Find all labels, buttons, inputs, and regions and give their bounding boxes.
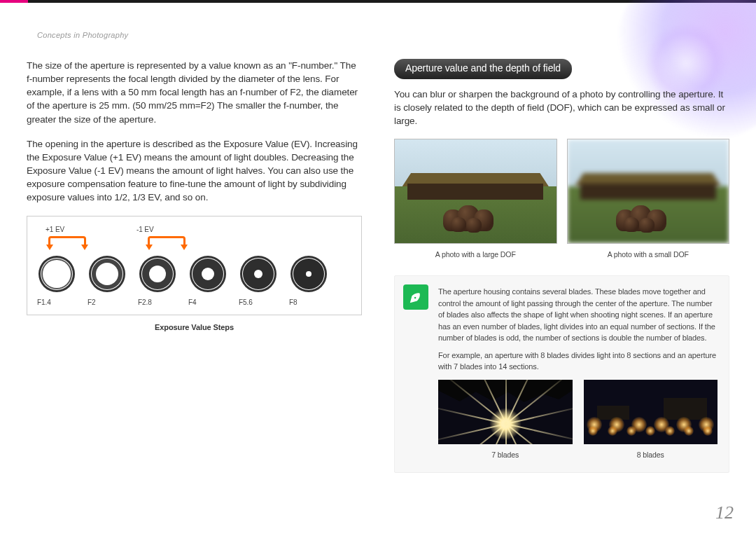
- aperture-icon-f4: [188, 254, 227, 294]
- ev-minus-label: -1 EV: [136, 225, 186, 235]
- dof-heading: Aperture value and the depth of field: [394, 59, 572, 79]
- eight-blades-caption: 8 blades: [584, 450, 718, 461]
- seven-blades-photo: [438, 380, 573, 444]
- ev-arrow-brackets: [37, 236, 351, 250]
- f-label-3: F4: [188, 298, 239, 308]
- large-dof-caption: A photo with a large DOF: [394, 249, 557, 260]
- small-dof-caption: A photo with a small DOF: [567, 249, 730, 260]
- aperture-icon-f8: [289, 254, 328, 294]
- svg-point-3: [43, 260, 71, 288]
- page-number: 12: [715, 502, 734, 523]
- seven-blades-block: 7 blades: [438, 380, 573, 461]
- top-bar-accent: [0, 0, 28, 3]
- ev-minus-bracket-icon: [148, 236, 186, 245]
- large-dof-photo: [394, 139, 557, 244]
- f-label-5: F8: [289, 298, 340, 308]
- small-dof-photo: [567, 139, 730, 244]
- tip-paragraph-1: The aperture housing contains several bl…: [438, 286, 718, 344]
- svg-point-19: [254, 270, 262, 278]
- exposure-value-diagram: +1 EV -1 EV F1.4 F2 F2.8 F4: [27, 216, 362, 315]
- aperture-icon-f5.6: [239, 254, 278, 294]
- tip-paragraph-2: For example, an aperture with 8 blades d…: [438, 350, 718, 373]
- eight-blades-photo: [584, 380, 718, 444]
- breadcrumb: Concepts in Photography: [37, 31, 128, 39]
- svg-point-24: [414, 297, 416, 299]
- aperture-icon-f2: [88, 254, 127, 294]
- pen-tip-icon: [403, 284, 428, 310]
- seven-blades-caption: 7 blades: [438, 450, 573, 461]
- f-label-1: F2: [88, 298, 138, 308]
- aperture-icon-f2.8: [138, 254, 177, 294]
- content-columns: The size of the aperture is represented …: [27, 59, 729, 473]
- aperture-icon-f1.4: [37, 254, 76, 294]
- ev-diagram-caption: Exposure Value Steps: [27, 322, 362, 334]
- left-column: The size of the aperture is represented …: [27, 59, 362, 473]
- night-photo-row: 7 blades 8 blades: [438, 380, 718, 461]
- ev-plus-bracket-icon: [48, 236, 86, 245]
- aperture-row: [37, 254, 351, 294]
- aperture-size-paragraph: The size of the aperture is represented …: [27, 59, 362, 126]
- f-label-2: F2.8: [138, 298, 188, 308]
- aperture-blades-tipbox: The aperture housing contains several bl…: [394, 275, 729, 472]
- dof-photo-row: A photo with a large DOF A photo with a …: [394, 139, 729, 260]
- svg-point-11: [149, 266, 166, 282]
- f-stop-labels: F1.4 F2 F2.8 F4 F5.6 F8: [37, 298, 351, 308]
- ev-plus-label: +1 EV: [37, 225, 86, 235]
- dof-paragraph: You can blur or sharpen the background o…: [394, 88, 729, 128]
- right-column: Aperture value and the depth of field Yo…: [394, 59, 729, 473]
- f-label-4: F5.6: [239, 298, 289, 308]
- eight-blades-block: 8 blades: [584, 380, 718, 461]
- ev-top-labels: +1 EV -1 EV: [37, 225, 351, 235]
- exposure-value-paragraph: The opening in the aperture is described…: [27, 137, 362, 205]
- f-label-0: F1.4: [37, 298, 88, 308]
- small-dof-block: A photo with a small DOF: [567, 139, 730, 260]
- svg-point-7: [96, 263, 118, 285]
- svg-point-15: [202, 268, 214, 280]
- large-dof-block: A photo with a large DOF: [394, 139, 557, 260]
- svg-point-23: [306, 271, 312, 277]
